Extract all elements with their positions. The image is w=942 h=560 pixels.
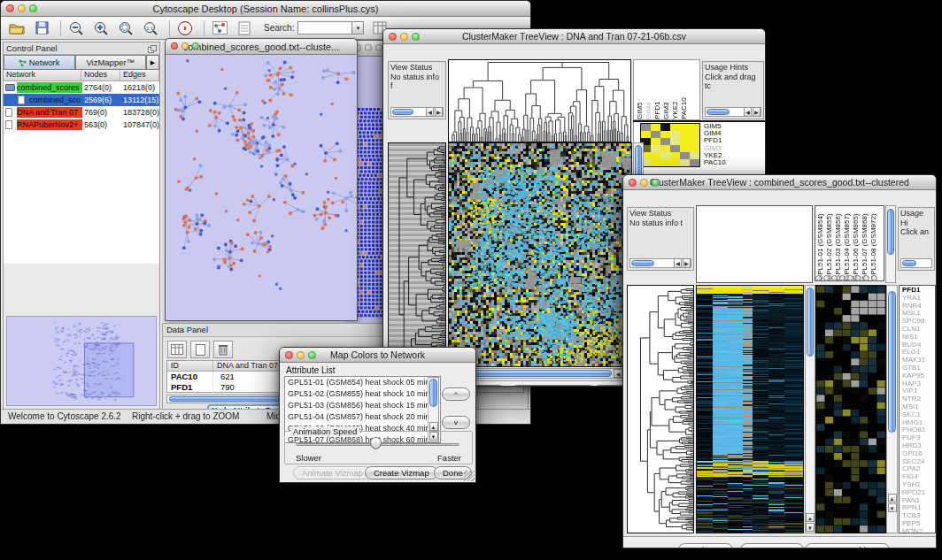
new-attribute-button[interactable] — [190, 341, 210, 358]
column-labels-panel[interactable]: GPL51-01 (GSM854)GPL51-02 (GSM855)GPL51-… — [815, 205, 884, 281]
attribute-list-item[interactable]: GPL51-02 (GSM855) heat shock 10 min — [285, 388, 440, 400]
help-button[interactable] — [174, 19, 196, 37]
scroll-down-arrow[interactable]: ▼ — [806, 523, 815, 532]
delete-attribute-button[interactable] — [213, 341, 233, 358]
search-dropdown-arrow[interactable]: ▼ — [352, 21, 364, 35]
minimize-button[interactable] — [18, 4, 26, 12]
save-session-button[interactable] — [31, 19, 52, 37]
minimize-button[interactable] — [400, 33, 408, 41]
scrollbar-thumb[interactable] — [706, 109, 730, 115]
animation-speed-slider-thumb[interactable] — [370, 437, 382, 449]
zoom-in-button[interactable] — [90, 19, 112, 37]
zoom-button[interactable] — [375, 44, 382, 51]
export-graphics-button[interactable]: Export Graphics... — [805, 543, 890, 548]
row-dendrogram-panel[interactable] — [627, 285, 694, 533]
scroll-down-arrow[interactable]: ▼ — [888, 503, 897, 512]
zoom-selected-button[interactable] — [115, 19, 136, 37]
network-tree-row[interactable]: RNAPuberNov2+563(0)107847(0) — [4, 119, 159, 131]
snapshot-button[interactable] — [234, 19, 255, 37]
zoom-heatmap-matrix[interactable] — [640, 123, 700, 167]
vizmapper-tool-button[interactable] — [209, 19, 230, 37]
column-labels-panel[interactable]: GIM5GIM4PFD1GIM3YKE2PAC10 — [633, 59, 700, 120]
save-data-button[interactable]: Save Data... — [740, 543, 804, 548]
view-status-scrollbar[interactable]: ◀ ▶ — [390, 107, 444, 117]
zoom-button[interactable] — [412, 33, 420, 41]
attribute-list-item[interactable]: GPL51-03 (GSM856) heat shock 15 min — [285, 400, 440, 411]
network-overview-canvas[interactable] — [6, 316, 157, 406]
cytoscape-title-bar[interactable]: Cytoscape Desktop (Session Name: collins… — [1, 1, 530, 17]
scroll-up-arrow[interactable]: ▲ — [806, 513, 815, 522]
scroll-left-arrow[interactable]: ◀ — [614, 369, 622, 378]
treeview-dna-title-bar[interactable]: ClusterMaker TreeView : DNA and Tran 07-… — [383, 29, 765, 44]
network-tree-row[interactable]: combined_scores2764(0)16218(0) — [4, 81, 159, 94]
zoom-fit-button[interactable]: 1:1 — [140, 19, 161, 37]
zoom-button[interactable] — [652, 179, 660, 187]
dialog-title-bar[interactable]: Map Colors to Network — [280, 348, 475, 363]
gene-label[interactable]: MON2 — [902, 528, 935, 533]
attribute-list-item[interactable]: GPL51-04 (GSM857) heat shock 20 min — [285, 411, 440, 423]
resize-grip[interactable] — [464, 471, 475, 481]
search-input[interactable] — [297, 21, 352, 35]
row-dendrogram-panel[interactable] — [388, 142, 446, 367]
scroll-up-arrow[interactable]: ▲ — [888, 494, 897, 502]
row-labels-list[interactable]: GIM5GIM4PFD1GIM3YKE2PAC10 — [704, 123, 757, 166]
scroll-left-arrow[interactable]: ◀ — [674, 258, 682, 268]
scrollbar-thumb[interactable] — [429, 379, 437, 407]
zoom-button[interactable] — [308, 351, 316, 359]
select-attributes-button[interactable] — [167, 341, 187, 358]
zoom-vscrollbar[interactable]: ▲ ▼ — [886, 285, 898, 533]
settings-button[interactable]: Settings... — [678, 543, 733, 548]
scroll-left-arrow[interactable]: ◀ — [744, 107, 752, 117]
inner-window-title-bar[interactable]: combined_scores_good.txt--cluste... — [166, 39, 357, 55]
zoom-button[interactable] — [29, 4, 37, 12]
network-canvas[interactable] — [166, 55, 357, 323]
network-table-column-header[interactable]: Network — [4, 70, 81, 81]
zoom-button[interactable] — [192, 42, 199, 50]
main-heatmap-panel[interactable] — [448, 142, 632, 367]
scrollbar-thumb[interactable] — [902, 260, 916, 266]
close-button[interactable] — [629, 179, 637, 187]
float-panel-icon[interactable] — [148, 45, 157, 53]
heatmap-vscrollbar[interactable]: ▲ ▼ — [805, 285, 815, 533]
usage-hints-scrollbar[interactable]: ◀ ▶ — [705, 107, 761, 117]
export-graphics-button[interactable]: Export Graphics... — [511, 385, 596, 386]
column-header-id[interactable]: ID — [167, 361, 213, 371]
network-tree-row[interactable]: combined_sco2569(6)13112(15) — [4, 94, 159, 106]
close-button[interactable] — [171, 42, 178, 50]
scrollbar-thumb[interactable] — [631, 260, 654, 266]
view-status-scrollbar[interactable]: ◀ ▶ — [629, 258, 691, 268]
scrollbar-thumb[interactable] — [392, 109, 413, 115]
minimize-button[interactable] — [365, 44, 372, 51]
create-vizmap-button[interactable]: Create Vizmap — [365, 466, 438, 479]
column-dendrogram-panel[interactable] — [696, 205, 813, 283]
zoom-out-button[interactable] — [66, 19, 87, 37]
network-tree-row[interactable]: DNA and Tran 07769(0)183728(0) — [4, 106, 159, 119]
minimize-button[interactable] — [297, 351, 305, 359]
scroll-right-arrow[interactable]: ▶ — [753, 107, 761, 117]
minimize-button[interactable] — [181, 42, 189, 50]
minimize-button[interactable] — [640, 179, 648, 187]
network-table-column-header[interactable]: Edges — [120, 70, 159, 81]
scrollbar-thumb[interactable] — [887, 209, 894, 255]
close-button[interactable] — [6, 4, 14, 12]
column-dendrogram-panel[interactable] — [448, 59, 631, 142]
usage-hints-scrollbar[interactable] — [900, 258, 932, 268]
scroll-up-arrow[interactable]: ▲ — [429, 422, 438, 431]
close-button[interactable] — [389, 33, 397, 41]
tab-vizmapper[interactable]: VizMapper™ — [75, 55, 147, 70]
move-down-button[interactable]: v — [442, 416, 470, 429]
zoom-heatmap-panel[interactable] — [815, 285, 886, 533]
scroll-left-arrow[interactable]: ◀ — [426, 107, 434, 117]
tab-overflow-button[interactable]: ▶ — [146, 55, 159, 70]
scroll-right-arrow[interactable]: ▶ — [683, 258, 691, 268]
main-heatmap-panel[interactable] — [696, 285, 804, 533]
network-table-column-header[interactable]: Nodes — [81, 70, 120, 81]
scrollbar-thumb[interactable] — [888, 291, 896, 433]
column-labels-vscrollbar[interactable] — [885, 205, 896, 283]
gene-labels-list[interactable]: PFD1YRA1RNR4MSL1SPC98CLN1NIS1BUD4ELG1MAK… — [899, 285, 936, 533]
close-button[interactable] — [285, 351, 293, 359]
open-session-button[interactable] — [6, 19, 27, 37]
treeview-combined-title-bar[interactable]: ClusterMaker TreeView : combined_scores_… — [623, 175, 936, 190]
move-up-button[interactable]: ^ — [442, 387, 470, 401]
attribute-list-item[interactable]: GPL51-01 (GSM854) heat shock 05 min — [285, 377, 440, 388]
